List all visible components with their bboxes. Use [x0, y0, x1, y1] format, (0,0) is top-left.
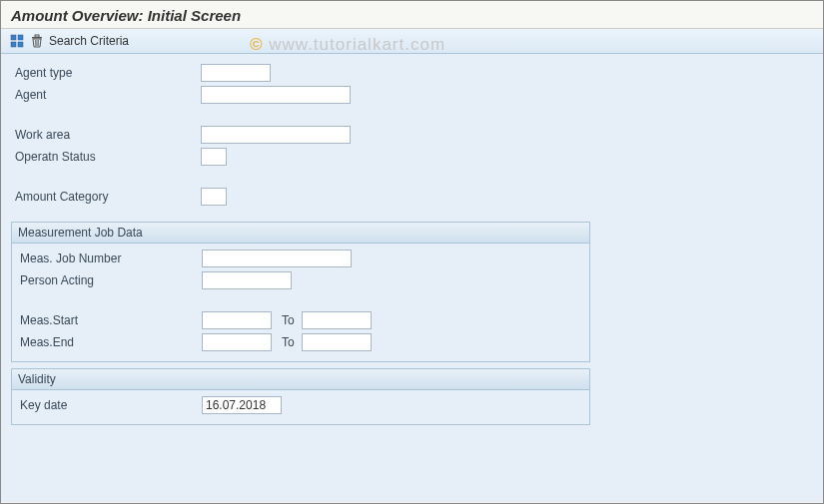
meas-job-number-input[interactable] [202, 250, 352, 267]
svg-rect-1 [18, 35, 23, 40]
measurement-group-title: Measurement Job Data [12, 223, 589, 244]
meas-end-to-input[interactable] [302, 333, 372, 351]
amount-category-input[interactable] [201, 188, 227, 206]
meas-end-to-label: To [272, 335, 302, 349]
amount-category-label: Amount Category [11, 190, 201, 204]
agent-label: Agent [11, 88, 201, 102]
meas-start-from-input[interactable] [202, 311, 272, 329]
svg-rect-3 [18, 42, 23, 47]
work-area-input[interactable] [201, 126, 351, 144]
measurement-job-data-group: Measurement Job Data Meas. Job Number Pe… [11, 222, 590, 362]
validity-group: Validity Key date [11, 368, 590, 425]
meas-start-label: Meas.Start [16, 313, 202, 327]
person-acting-input[interactable] [202, 271, 292, 289]
meas-end-label: Meas.End [16, 335, 202, 349]
meas-end-from-input[interactable] [202, 333, 272, 351]
agent-type-input[interactable] [201, 64, 271, 82]
meas-start-to-label: To [272, 313, 302, 327]
operatn-status-input[interactable] [201, 148, 227, 166]
meas-job-number-label: Meas. Job Number [16, 252, 202, 265]
person-acting-label: Person Acting [16, 273, 202, 287]
page-title: Amount Overview: Initial Screen [11, 7, 813, 24]
trash-icon[interactable] [29, 33, 45, 49]
content-area: Agent type Agent Work area Operatn Statu… [1, 54, 823, 502]
svg-rect-0 [11, 35, 16, 40]
operatn-status-label: Operatn Status [11, 150, 201, 164]
agent-input[interactable] [201, 86, 351, 104]
validity-group-title: Validity [12, 369, 589, 390]
title-bar: Amount Overview: Initial Screen [1, 1, 823, 29]
work-area-label: Work area [11, 128, 201, 142]
svg-rect-2 [11, 42, 16, 47]
meas-start-to-input[interactable] [302, 311, 372, 329]
key-date-input[interactable] [202, 396, 282, 414]
agent-type-label: Agent type [11, 66, 201, 80]
toolbar: Search Criteria [1, 29, 823, 54]
grid-icon[interactable] [9, 33, 25, 49]
key-date-label: Key date [16, 398, 202, 412]
search-criteria-button[interactable]: Search Criteria [49, 34, 129, 48]
svg-rect-5 [35, 35, 39, 37]
